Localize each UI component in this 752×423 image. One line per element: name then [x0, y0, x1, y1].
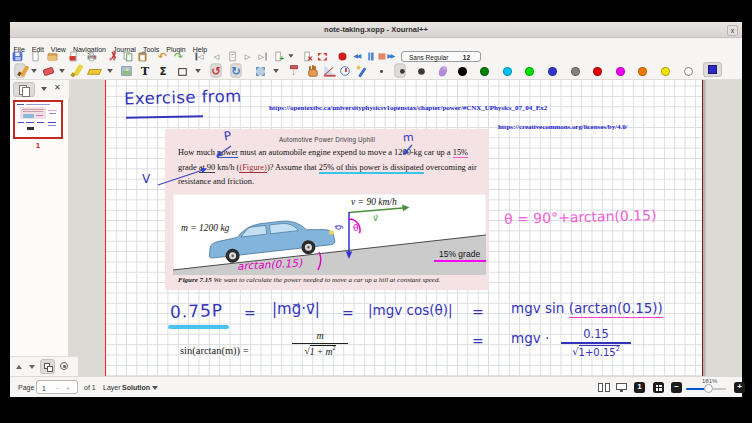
- undo-icon[interactable]: ↶: [157, 52, 167, 61]
- work-term4: mgv ·: [511, 330, 549, 346]
- layer-select[interactable]: Solution: [122, 384, 150, 391]
- move-page-up-icon[interactable]: [14, 362, 24, 372]
- copy-icon[interactable]: [122, 52, 132, 61]
- zoom-fit-button[interactable]: [653, 382, 664, 393]
- page-preview-icon[interactable]: [13, 82, 35, 97]
- rewind-icon[interactable]: ◀◀: [352, 52, 362, 61]
- equals-4: =: [472, 333, 484, 349]
- color-swatch-0[interactable]: [458, 67, 467, 76]
- settings-icon[interactable]: [57, 359, 72, 374]
- last-page-icon[interactable]: ▷: [257, 52, 267, 61]
- redo-icon[interactable]: ↷: [173, 52, 183, 61]
- rotate-left-icon[interactable]: ↺: [210, 63, 221, 77]
- insert-image-icon[interactable]: [120, 65, 131, 76]
- hand-tool-icon[interactable]: [306, 65, 317, 76]
- fullscreen-icon[interactable]: ◤◥◣◢: [317, 52, 327, 61]
- title-bar[interactable]: note-taking.xopp - Xournal++ x: [10, 22, 742, 38]
- next-page-icon[interactable]: ▷: [242, 52, 252, 61]
- page-thumbnail[interactable]: [13, 100, 63, 139]
- shape-dropdown-icon[interactable]: [192, 65, 203, 76]
- compass-icon[interactable]: [339, 65, 350, 76]
- open-folder-icon[interactable]: [47, 52, 57, 61]
- pause-icon[interactable]: [365, 52, 375, 61]
- color-swatch-1[interactable]: [480, 67, 489, 76]
- vertical-space-icon[interactable]: ↓: [288, 65, 299, 76]
- size-medium-icon[interactable]: [394, 63, 405, 77]
- color-swatch-3[interactable]: [525, 67, 534, 76]
- color-swatch-4[interactable]: [548, 67, 557, 76]
- marker-dropdown-icon[interactable]: [104, 65, 115, 76]
- color-swatch-10[interactable]: [684, 67, 693, 76]
- shape-recognizer-icon[interactable]: ★: [355, 65, 366, 76]
- paste-icon[interactable]: [137, 52, 147, 61]
- first-page-icon[interactable]: ◁: [194, 52, 204, 61]
- layer-label: Layer: [103, 384, 121, 391]
- eraser-tool-icon[interactable]: [42, 65, 53, 76]
- pen-tool-icon[interactable]: [14, 63, 25, 77]
- problem-text-line2: grade at 90 km/h ((Figure))? Assume that…: [178, 163, 477, 172]
- delete-page-icon[interactable]: ✕: [302, 52, 312, 61]
- source-url-link[interactable]: https://opentextbc.ca/universityphysicsv…: [269, 104, 547, 112]
- zoom-slider-knob[interactable]: [704, 384, 713, 393]
- marker-tool-icon[interactable]: [88, 65, 99, 76]
- close-icon[interactable]: x: [727, 25, 738, 36]
- fast-forward-icon[interactable]: ▶▶: [386, 52, 396, 61]
- add-page-icon[interactable]: +: [273, 52, 283, 61]
- zoom-100-button[interactable]: 1: [634, 382, 645, 393]
- sidebar-close-icon[interactable]: ✕: [54, 83, 61, 92]
- problem-text-line1: How much power must an automobile engine…: [178, 148, 468, 157]
- select-dropdown-icon[interactable]: [270, 65, 281, 76]
- presentation-mode-icon[interactable]: [616, 382, 628, 393]
- font-size-label: 12: [463, 54, 470, 61]
- document-page[interactable]: Exercise from https://opentextbc.ca/univ…: [105, 80, 703, 376]
- size-fine-icon[interactable]: [375, 65, 386, 76]
- save-icon[interactable]: [12, 52, 22, 61]
- select-rect-icon[interactable]: [254, 65, 265, 76]
- color-swatch-5[interactable]: [571, 67, 580, 76]
- theta-equation: θ = 90°+arctan(0.15): [504, 207, 657, 227]
- math-tex-icon[interactable]: Σ: [157, 65, 168, 76]
- new-document-icon[interactable]: [30, 52, 40, 61]
- text-tool-icon[interactable]: T: [139, 65, 150, 76]
- rotate-right-icon[interactable]: ↻: [230, 63, 241, 77]
- export-pdf-icon[interactable]: [68, 52, 78, 61]
- shape-tool-icon[interactable]: [176, 65, 187, 76]
- color-swatch-9[interactable]: [661, 67, 670, 76]
- previous-page-icon[interactable]: ◁: [211, 52, 221, 61]
- print-icon[interactable]: [86, 52, 96, 61]
- license-url-link[interactable]: https://creativecommons.org/licenses/by/…: [498, 123, 628, 131]
- annotation-m: m: [402, 131, 414, 145]
- handwritten-heading: Exercise from: [124, 86, 242, 108]
- font-button[interactable]: Sans Regular 12: [401, 51, 481, 63]
- page-indicator-icon[interactable]: [227, 52, 237, 61]
- pair-pages-icon[interactable]: [598, 383, 611, 393]
- eraser-dropdown-icon[interactable]: [56, 65, 67, 76]
- custom-color-button[interactable]: [703, 62, 722, 77]
- color-swatch-2[interactable]: [503, 67, 512, 76]
- layer-sidebar-icon[interactable]: [40, 359, 55, 374]
- add-page-dropdown-icon[interactable]: [285, 52, 295, 61]
- color-swatch-6[interactable]: [593, 67, 602, 76]
- fill-tool-icon[interactable]: [436, 65, 447, 76]
- cut-icon[interactable]: [107, 52, 117, 61]
- color-swatch-8[interactable]: [638, 67, 647, 76]
- sidebar-dropdown-icon[interactable]: [41, 87, 47, 91]
- canvas-background[interactable]: Exercise from https://opentextbc.ca/univ…: [105, 80, 742, 376]
- pen-dropdown-icon[interactable]: [28, 65, 39, 76]
- move-page-down-icon[interactable]: [27, 362, 37, 372]
- page-increment-button[interactable]: +: [66, 385, 70, 392]
- v-vector-label: v⃗: [373, 213, 378, 223]
- color-swatch-7[interactable]: [616, 67, 625, 76]
- zoom-out-button[interactable]: −: [671, 382, 682, 393]
- record-icon[interactable]: [337, 52, 347, 61]
- page-number-input[interactable]: 1 − +: [36, 380, 78, 394]
- highlighter-tool-icon[interactable]: [70, 65, 81, 76]
- grade-label: 15% grade: [439, 249, 480, 259]
- ruler-icon[interactable]: [323, 65, 334, 76]
- zoom-in-button[interactable]: +: [734, 382, 745, 393]
- size-thick-icon[interactable]: [415, 65, 426, 76]
- hand-fraction: 0.15 √1+0.152: [561, 327, 631, 357]
- stop-icon[interactable]: [376, 52, 386, 61]
- page-decrement-button[interactable]: −: [55, 385, 59, 392]
- layer-dropdown-icon[interactable]: [152, 386, 158, 390]
